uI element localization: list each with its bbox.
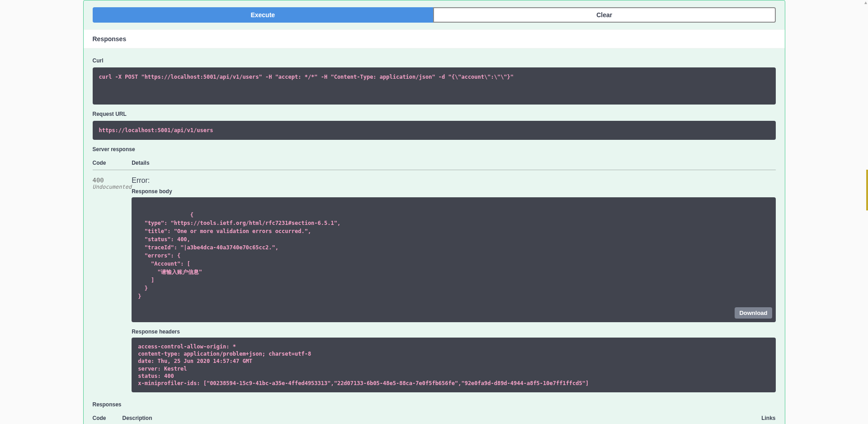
curl-label: Curl bbox=[93, 57, 776, 64]
status-code-400: 400 bbox=[93, 176, 104, 184]
server-response-label: Server response bbox=[93, 146, 776, 152]
side-indicator bbox=[866, 170, 868, 210]
response-body[interactable]: { "type": "https://tools.ietf.org/html/r… bbox=[132, 197, 775, 322]
responses-section: Responses Code Description Links 200 bbox=[93, 401, 776, 424]
request-url-section: Request URL https://localhost:5001/api/v… bbox=[93, 111, 776, 140]
status-note-undocumented: Undocumented bbox=[93, 184, 132, 190]
header-code: Code bbox=[93, 411, 123, 424]
request-url-label: Request URL bbox=[93, 111, 776, 117]
header-code: Code bbox=[93, 156, 132, 170]
header-details: Details bbox=[132, 156, 775, 170]
response-headers-label: Response headers bbox=[132, 329, 775, 335]
opblock: Execute Clear Responses Curl curl -X POS… bbox=[83, 0, 785, 424]
response-headers[interactable]: access-control-allow-origin: * content-t… bbox=[132, 338, 775, 392]
header-description: Description bbox=[123, 411, 731, 424]
responses-heading: Responses bbox=[93, 35, 776, 43]
error-label: Error: bbox=[132, 176, 775, 185]
clear-button[interactable]: Clear bbox=[433, 7, 776, 23]
header-links: Links bbox=[731, 411, 776, 424]
download-button[interactable]: Download bbox=[735, 307, 772, 319]
execute-button[interactable]: Execute bbox=[93, 7, 434, 23]
responses-table: Code Description Links 200 Success bbox=[93, 411, 776, 424]
curl-section: Curl curl -X POST "https://localhost:500… bbox=[93, 57, 776, 105]
responses-header: Responses bbox=[84, 29, 785, 48]
responses-body: Curl curl -X POST "https://localhost:500… bbox=[84, 48, 785, 424]
scroll-up-indicator: ▲ bbox=[863, 0, 868, 5]
server-response-table: Code Details 400 Undocumented Error: Res… bbox=[93, 156, 776, 392]
execute-button-row: Execute Clear bbox=[84, 0, 785, 29]
curl-command[interactable]: curl -X POST "https://localhost:5001/api… bbox=[93, 67, 776, 105]
request-url-value[interactable]: https://localhost:5001/api/v1/users bbox=[93, 121, 776, 140]
response-body-label: Response body bbox=[132, 188, 775, 195]
table-row: 400 Undocumented Error: Response body { … bbox=[93, 170, 776, 393]
responses-subheading: Responses bbox=[93, 401, 776, 408]
